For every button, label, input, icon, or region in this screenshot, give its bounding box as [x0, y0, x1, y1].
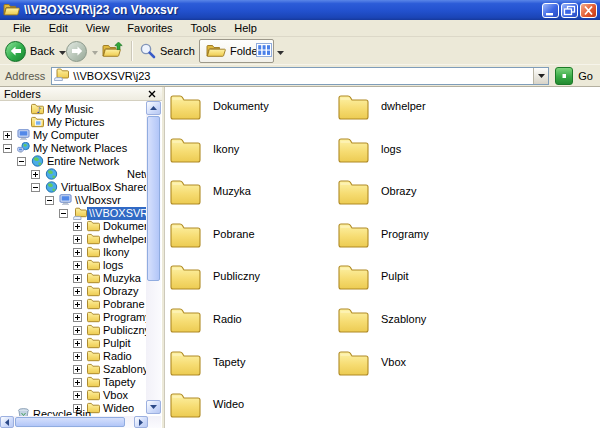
network-places-icon [17, 142, 31, 155]
folder-icon [170, 391, 201, 420]
tree-item-label: Netw [125, 168, 146, 181]
expand-icon[interactable] [73, 261, 82, 270]
tree-item-ikony[interactable]: Ikony [0, 246, 146, 259]
folder-tile-dokumenty[interactable]: Dokumenty [170, 93, 269, 122]
tree-item-my-network-places[interactable]: My Network Places [0, 142, 146, 155]
expand-icon[interactable] [3, 131, 12, 140]
address-dropdown-icon[interactable] [533, 68, 548, 84]
tree-item-szablony[interactable]: Szablony [0, 363, 146, 376]
tree-item-programy[interactable]: Programy [0, 311, 146, 324]
folder-tile-ikony[interactable]: Ikony [170, 136, 239, 165]
tree-item-vboxsvr[interactable]: \\Vboxsvr [0, 194, 146, 207]
restore-button[interactable] [561, 3, 578, 18]
folders-pane-close-icon[interactable] [146, 88, 158, 100]
forward-button[interactable] [66, 38, 98, 64]
tree-horizontal-scrollbar[interactable] [0, 416, 161, 428]
folder-tile-szablony[interactable]: Szablony [338, 306, 426, 335]
expand-icon[interactable] [73, 326, 82, 335]
tree-item-pobrane[interactable]: Pobrane [0, 298, 146, 311]
tree-item-publiczny[interactable]: Publiczny [0, 324, 146, 337]
collapse-icon[interactable] [45, 196, 54, 205]
tree-item-dwhelper[interactable]: dwhelper [0, 233, 146, 246]
close-button[interactable] [580, 3, 597, 18]
folder-tile-muzyka[interactable]: Muzyka [170, 178, 251, 207]
expand-icon[interactable] [73, 248, 82, 257]
menu-view[interactable]: View [77, 20, 119, 36]
menu-file[interactable]: File [4, 20, 40, 36]
minimize-button[interactable] [542, 3, 559, 18]
horizontal-scroll-thumb[interactable] [15, 417, 125, 427]
tree-item-my-computer[interactable]: My Computer [0, 129, 146, 142]
address-combo[interactable]: \\VBOXSVR\j23 [51, 67, 549, 85]
folder-tile-radio[interactable]: Radio [170, 306, 242, 335]
menu-edit[interactable]: Edit [40, 20, 77, 36]
scroll-right-button[interactable] [134, 416, 148, 428]
menu-tools[interactable]: Tools [182, 20, 226, 36]
tree-vertical-scrollbar[interactable] [146, 101, 161, 414]
tree-item-netw[interactable]: Netw [0, 168, 146, 181]
expand-icon[interactable] [73, 365, 82, 374]
expand-icon[interactable] [73, 274, 82, 283]
folder-tile-label: Muzyka [213, 185, 251, 207]
tree-item-tapety[interactable]: Tapety [0, 376, 146, 389]
close-icon [582, 5, 595, 16]
tree-item-recycle-bin[interactable]: Recycle Bin [0, 408, 146, 416]
expand-icon[interactable] [73, 339, 82, 348]
tree-item-dokumenty[interactable]: Dokumenty [0, 220, 146, 233]
tree-item-entire-network[interactable]: Entire Network [0, 155, 146, 168]
views-button[interactable] [256, 38, 284, 64]
scroll-left-button[interactable] [0, 416, 14, 428]
folders-pane: Folders ♪My MusicMy PicturesMy ComputerM… [0, 87, 162, 428]
tree-item-virtualbox-shared-folder[interactable]: VirtualBox Shared Folder [0, 181, 146, 194]
collapse-icon[interactable] [59, 209, 68, 218]
scroll-up-button[interactable] [146, 101, 161, 115]
expand-icon[interactable] [73, 313, 82, 322]
tree-item-label: Dokumenty [101, 220, 146, 233]
address-input[interactable]: \\VBOXSVR\j23 [73, 70, 533, 82]
expand-icon[interactable] [73, 352, 82, 361]
tree-item-radio[interactable]: Radio [0, 350, 146, 363]
tree-item-my-pictures[interactable]: My Pictures [0, 116, 146, 129]
menu-help[interactable]: Help [225, 20, 266, 36]
folder-tile-wideo[interactable]: Wideo [170, 391, 244, 420]
folder-tile-vbox[interactable]: Vbox [338, 349, 406, 378]
collapse-icon[interactable] [3, 144, 12, 153]
expand-icon[interactable] [73, 235, 82, 244]
tree-item-vbox[interactable]: Vbox [0, 389, 146, 402]
folder-tile-programy[interactable]: Programy [338, 221, 429, 250]
up-button[interactable] [102, 38, 123, 64]
folder-tile-label: Pulpit [381, 270, 409, 292]
expand-icon[interactable] [73, 300, 82, 309]
tree-item-muzyka[interactable]: Muzyka [0, 272, 146, 285]
folder-tile-dwhelper[interactable]: dwhelper [338, 93, 426, 122]
collapse-icon[interactable] [31, 183, 40, 192]
tree-item-pulpit[interactable]: Pulpit [0, 337, 146, 350]
back-button[interactable]: Back [5, 38, 66, 64]
expand-icon[interactable] [31, 170, 40, 179]
tree-item-logs[interactable]: logs [0, 259, 146, 272]
expand-icon[interactable] [73, 391, 82, 400]
tree-item-vboxsvr-j23[interactable]: \\VBOXSVR\j23 [0, 207, 146, 220]
expand-icon[interactable] [73, 222, 82, 231]
search-button[interactable]: Search [139, 38, 195, 64]
tree-item-obrazy[interactable]: Obrazy [0, 285, 146, 298]
folder-tile-obrazy[interactable]: Obrazy [338, 178, 416, 207]
folder-tile-publiczny[interactable]: Publiczny [170, 263, 260, 292]
expand-icon[interactable] [73, 287, 82, 296]
menu-favorites[interactable]: Favorites [118, 20, 181, 36]
folder-icon [170, 263, 201, 292]
go-button[interactable] [555, 67, 573, 85]
expand-icon[interactable] [73, 378, 82, 387]
tree-item-label: Obrazy [101, 285, 140, 298]
folder-tile-pobrane[interactable]: Pobrane [170, 221, 255, 250]
folder-tile-pulpit[interactable]: Pulpit [338, 263, 409, 292]
tree-item-label: Muzyka [101, 272, 143, 285]
scroll-down-button[interactable] [146, 400, 161, 414]
scroll-up-icon [150, 106, 157, 110]
collapse-icon[interactable] [17, 157, 26, 166]
folder-tile-logs[interactable]: logs [338, 136, 401, 165]
tree-item-my-music[interactable]: ♪My Music [0, 103, 146, 116]
vertical-scroll-thumb[interactable] [147, 116, 160, 281]
folder-tile-tapety[interactable]: Tapety [170, 349, 245, 378]
views-dropdown-icon[interactable] [277, 45, 284, 57]
